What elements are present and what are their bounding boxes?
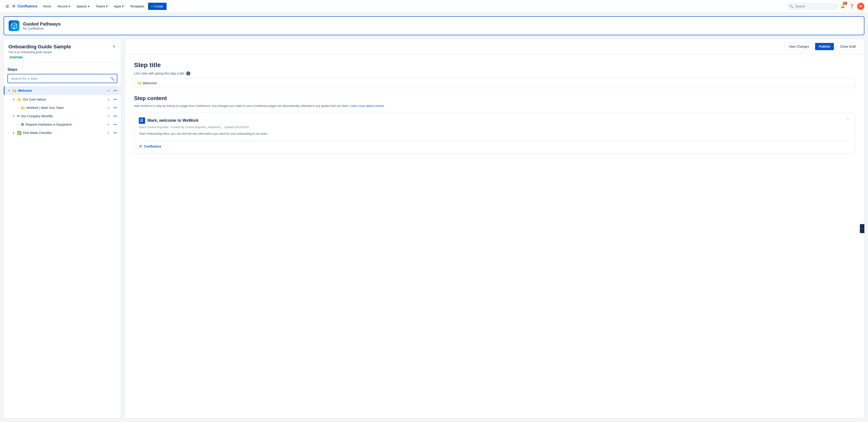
- content-card-meta: Space Zoriana Bogutska . Created By Zori…: [139, 126, 850, 129]
- step-hardware-more[interactable]: •••: [112, 122, 118, 127]
- step-company-benefits-add[interactable]: +: [106, 114, 111, 118]
- step-item-company-benefits[interactable]: ▾ •• Our Company Benefits + •••: [9, 112, 121, 120]
- step-content-desc: Add content to a step by linking to a pa…: [134, 104, 855, 108]
- step-company-benefits-actions: + •••: [106, 114, 118, 118]
- avatar[interactable]: M: [857, 3, 864, 10]
- nav-teams[interactable]: Teams: [93, 3, 110, 10]
- step-core-values-add[interactable]: +: [106, 97, 111, 102]
- step-name-core-values: Our Core Values: [23, 98, 105, 101]
- left-panel: Onboarding Guide Sample ✎ This is an Onb…: [4, 39, 121, 418]
- plugin-subtitle: for Confluence: [23, 27, 61, 30]
- content-card-footer: ✕ Confluence: [139, 140, 850, 149]
- step-company-benefits-more[interactable]: •••: [112, 114, 118, 118]
- nav-recent-chevron: [68, 4, 70, 8]
- plugin-banner: Guided Pathways for Confluence: [4, 16, 864, 35]
- content-card-menu-icon: ···: [846, 117, 849, 121]
- step-first-week-more[interactable]: •••: [112, 131, 118, 135]
- step-content-heading: Step content: [134, 95, 855, 101]
- notifications-button[interactable]: 🔔 9+: [839, 3, 846, 10]
- plugin-banner-text: Guided Pathways for Confluence: [23, 22, 61, 30]
- step-item-core-values[interactable]: ▾ 🌟 Our Core Values + •••: [9, 95, 121, 103]
- steps-section: Steps 🔍: [4, 68, 121, 86]
- step-core-values-more[interactable]: •••: [112, 97, 118, 102]
- step-content-desc-text: Add content to a step by linking to a pa…: [134, 104, 349, 107]
- confluence-logo-text: Confluence: [18, 4, 37, 8]
- step-welcome-more[interactable]: •••: [112, 88, 118, 93]
- step-core-values-children: • 🙌 WeWork | Meet Your Team + •••: [9, 104, 121, 112]
- nav-spaces-chevron: [88, 4, 90, 8]
- step-item-first-week[interactable]: ▸ ✅ First Week Checklist + •••: [9, 129, 121, 137]
- guide-subtitle: This is an Onboarding guide sample: [8, 51, 116, 54]
- step-item-hardware[interactable]: • 🖥 Request Hardware or Equipment + •••: [15, 121, 121, 129]
- nav-teams-chevron: [106, 4, 107, 8]
- view-changes-button[interactable]: View Changes: [785, 43, 813, 51]
- confluence-footer-text: Confluence: [144, 144, 161, 148]
- nav-apps-chevron: [122, 4, 124, 8]
- publish-label: Publish: [819, 45, 830, 48]
- help-button[interactable]: ❓: [848, 3, 855, 10]
- plugin-title: Guided Pathways: [23, 22, 61, 27]
- nav-apps[interactable]: Apps: [111, 3, 126, 10]
- view-changes-label: View Changes: [789, 45, 809, 48]
- step-company-benefits-children: • 🖥 Request Hardware or Equipment + •••: [9, 121, 121, 129]
- top-navigation: ⊞ ✕ Confluence Home Recent Spaces Teams …: [0, 0, 868, 13]
- edit-guide-button[interactable]: ✎: [112, 43, 116, 50]
- nav-spaces[interactable]: Spaces: [74, 3, 92, 10]
- learn-more-link[interactable]: Learn more about content.: [350, 104, 385, 107]
- nav-spaces-label: Spaces: [76, 4, 87, 8]
- steps-search-icon: 🔍: [110, 76, 115, 80]
- chevron-company-benefits[interactable]: ▾: [12, 115, 16, 118]
- step-meet-team-more[interactable]: •••: [112, 105, 118, 110]
- chevron-welcome[interactable]: ▾: [7, 89, 11, 92]
- step-meet-team-add[interactable]: +: [106, 105, 111, 110]
- nav-recent[interactable]: Recent: [55, 3, 72, 10]
- publish-button[interactable]: Publish: [815, 43, 834, 50]
- close-draft-button[interactable]: Close Draft: [836, 43, 860, 51]
- document-icon: [139, 118, 145, 124]
- nav-home[interactable]: Home: [40, 3, 54, 10]
- step-title-input[interactable]: [134, 78, 855, 88]
- chevron-core-values[interactable]: ▾: [12, 98, 16, 101]
- plugin-icon: [8, 20, 20, 31]
- content-card-menu-button[interactable]: ···: [845, 117, 851, 122]
- guide-tag: STAFFING: [8, 56, 24, 59]
- step-emoji-welcome: 🙌: [12, 89, 17, 93]
- right-panel-content: Step title Let's start with giving this …: [125, 54, 864, 418]
- step-tree: ▾ 🙌 Welcome + ••• ▾ 🌟 Our Core Values: [4, 86, 121, 141]
- confluence-logo-icon: ✕: [12, 3, 16, 9]
- content-card: ··· Mark, welcome to WeWork: [134, 113, 855, 154]
- step-emoji-first-week: ✅: [17, 131, 22, 135]
- step-name-company-benefits: Our Company Benefits: [21, 114, 105, 118]
- content-card-desc: Team Onboarding Here, you can find the k…: [139, 131, 850, 136]
- content-area: Onboarding Guide Sample ✎ This is an Onb…: [4, 39, 864, 418]
- step-first-week-actions: + •••: [106, 131, 118, 135]
- step-hardware-add[interactable]: +: [106, 122, 111, 127]
- help-icon[interactable]: ?: [186, 71, 190, 75]
- step-meet-team-actions: + •••: [106, 105, 118, 110]
- nav-templates[interactable]: Templates: [127, 3, 147, 10]
- guide-title: Onboarding Guide Sample: [8, 44, 71, 50]
- step-welcome-add[interactable]: +: [106, 88, 111, 93]
- confluence-logo[interactable]: ✕ Confluence: [12, 3, 37, 9]
- notification-badge: 9+: [843, 2, 847, 5]
- step-item-welcome[interactable]: ▾ 🙌 Welcome + •••: [4, 86, 121, 95]
- step-emoji-core-values: 🌟: [17, 97, 22, 102]
- search-input[interactable]: [787, 3, 837, 10]
- nav-teams-label: Teams: [96, 4, 105, 8]
- step-hardware-actions: + •••: [106, 122, 118, 127]
- search-wrapper: 🔍: [787, 3, 837, 10]
- grid-icon[interactable]: ⊞: [4, 3, 11, 10]
- content-card-title: Mark, welcome to WeWork: [147, 118, 198, 123]
- panel-toggle[interactable]: ‹: [860, 224, 864, 233]
- step-name-hardware: Request Hardware or Equipment: [26, 123, 105, 126]
- chevron-first-week[interactable]: ▸: [12, 131, 16, 134]
- close-draft-label: Close Draft: [840, 45, 856, 48]
- steps-label: Steps: [7, 68, 117, 72]
- edit-icon: ✎: [113, 45, 116, 48]
- avatar-initials: M: [860, 4, 862, 8]
- step-title-heading: Step title: [134, 61, 855, 69]
- step-first-week-add[interactable]: +: [106, 131, 111, 135]
- steps-search-input[interactable]: [7, 74, 117, 83]
- step-item-meet-team[interactable]: • 🙌 WeWork | Meet Your Team + •••: [15, 104, 121, 112]
- create-button[interactable]: + Create: [148, 3, 166, 10]
